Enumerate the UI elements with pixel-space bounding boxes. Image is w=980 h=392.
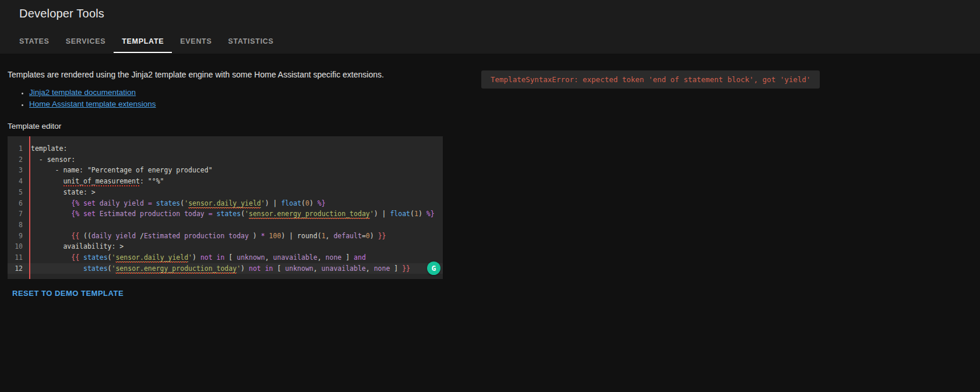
app-header: Developer Tools STATESSERVICESTEMPLATEEV… [0, 0, 980, 54]
code-text: unit_of_measurement: "°%" [27, 176, 164, 187]
code-text: states('sensor.energy_production_today')… [27, 263, 410, 274]
page-title: Developer Tools [0, 0, 980, 20]
line-number: 11 [8, 252, 27, 263]
code-text: template: [27, 143, 67, 154]
line-number: 10 [8, 241, 27, 252]
code-lines: 1template:2 - sensor:3 - name: "Percenta… [8, 143, 443, 274]
code-line-7: 7 {% set Estimated production today = st… [8, 209, 443, 220]
line-number: 1 [8, 143, 27, 154]
code-line-11: 11 {{ states('sensor.daily_yield') not i… [8, 252, 443, 263]
code-text: - name: "Percentage of energy produced" [27, 165, 213, 176]
doc-link-0[interactable]: Jinja2 template documentation [29, 88, 136, 97]
doc-links-list: Jinja2 template documentationHome Assist… [8, 88, 972, 108]
code-line-8: 8 [8, 220, 443, 231]
code-text: availability: > [27, 241, 124, 252]
line-number: 2 [8, 154, 27, 165]
tab-bar: STATESSERVICESTEMPLATEEVENTSSTATISTICS [11, 31, 980, 53]
code-text: {% set Estimated production today = stat… [27, 209, 435, 220]
code-text: - sensor: [27, 154, 75, 165]
code-line-3: 3 - name: "Percentage of energy produced… [8, 165, 443, 176]
code-text: {{ ((daily yield /Estimated production t… [27, 231, 386, 242]
doc-link-1[interactable]: Home Assistant template extensions [29, 100, 156, 108]
line-number: 3 [8, 165, 27, 176]
developer-tools-page: { "header": { "title": "Developer Tools"… [0, 0, 980, 392]
line-number: 4 [8, 176, 27, 187]
code-text [27, 220, 31, 231]
code-line-5: 5 state: > [8, 187, 443, 198]
code-line-10: 10 availability: > [8, 241, 443, 252]
template-code-editor[interactable]: 1template:2 - sensor:3 - name: "Percenta… [8, 136, 443, 279]
tab-services[interactable]: SERVICES [58, 31, 114, 53]
code-text: {{ states('sensor.daily_yield') not in [… [27, 252, 366, 263]
tab-template[interactable]: TEMPLATE [114, 31, 172, 53]
doc-link-item: Jinja2 template documentation [29, 88, 972, 97]
doc-link-item: Home Assistant template extensions [29, 100, 972, 108]
code-line-12: 12 states('sensor.energy_production_toda… [8, 263, 443, 274]
line-number: 12 [8, 263, 27, 274]
line-number: 9 [8, 231, 27, 242]
code-line-4: 4 unit_of_measurement: "°%" [8, 176, 443, 187]
line-number: 7 [8, 209, 27, 220]
tab-states[interactable]: STATES [11, 31, 58, 53]
line-number: 5 [8, 187, 27, 198]
code-line-1: 1template: [8, 143, 443, 154]
tab-statistics[interactable]: STATISTICS [220, 31, 282, 53]
line-number: 6 [8, 198, 27, 209]
code-line-9: 9 {{ ((daily yield /Estimated production… [8, 231, 443, 242]
code-text: state: > [27, 187, 96, 198]
main-content: Templates are rendered using the Jinja2 … [0, 70, 980, 298]
template-error-banner: TemplateSyntaxError: expected token 'end… [481, 70, 820, 89]
code-text: {% set daily yield = states('sensor.dail… [27, 198, 326, 209]
tab-events[interactable]: EVENTS [172, 31, 220, 53]
template-editor-label: Template editor [8, 122, 972, 130]
code-line-6: 6 {% set daily yield = states('sensor.da… [8, 198, 443, 209]
reset-to-demo-template-button[interactable]: RESET TO DEMO TEMPLATE [12, 289, 124, 298]
code-line-2: 2 - sensor: [8, 154, 443, 165]
line-number: 8 [8, 220, 27, 231]
